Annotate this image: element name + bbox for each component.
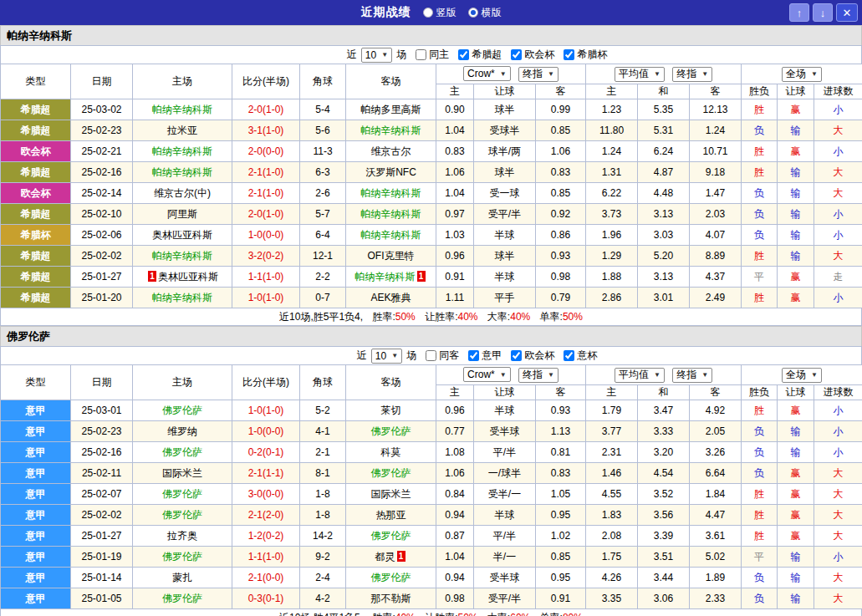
league-filter-checkbox-input[interactable]	[468, 350, 479, 361]
away-team-name[interactable]: 科莫	[381, 446, 401, 458]
match-date: 25-02-10	[71, 204, 133, 225]
scope-select[interactable]: 全场	[782, 368, 822, 383]
away-team-name[interactable]: 国际米兰	[371, 488, 411, 500]
radio-horizontal-layout[interactable]: 横版	[468, 6, 502, 20]
away-team-name[interactable]: 都灵	[375, 551, 395, 563]
away-team-name[interactable]: 帕纳辛纳科斯	[361, 125, 421, 136]
match-score: 1-0(0-0)	[232, 421, 300, 442]
home-team-name[interactable]: 蒙扎	[172, 572, 192, 583]
league-filter-checkbox[interactable]: 意甲	[463, 349, 502, 363]
asian-odds-kind-select[interactable]: 终指	[518, 368, 559, 383]
goals-cell: 大	[814, 162, 862, 183]
home-team-name[interactable]: 奥林匹亚科斯	[158, 271, 218, 283]
home-team-name[interactable]: 佛罗伦萨	[162, 509, 202, 521]
home-team-name[interactable]: 帕纳辛纳科斯	[152, 292, 212, 303]
handicap-away-odds: 0.92	[536, 204, 586, 225]
league-filter-checkbox-input[interactable]	[564, 49, 574, 60]
league-filter-checkbox-input[interactable]	[511, 350, 522, 361]
away-team-name[interactable]: 那不勒斯	[371, 593, 411, 604]
radio-vertical-layout[interactable]: 竖版	[423, 6, 457, 20]
away-team-name[interactable]: 佛罗伦萨	[371, 572, 411, 583]
home-team-name[interactable]: 帕纳辛纳科斯	[152, 104, 212, 115]
home-team-name[interactable]: 奥林匹亚科斯	[152, 229, 212, 241]
result-cell: 负	[742, 588, 778, 609]
home-team-name[interactable]: 阿里斯	[167, 208, 197, 220]
corner-score: 2-4	[300, 568, 346, 588]
league-filter-checkbox[interactable]: 希腊杯	[559, 48, 607, 62]
match-date: 25-03-02	[71, 99, 133, 120]
away-team-cell: 热那亚	[346, 505, 436, 526]
away-team-name[interactable]: 维京古尔	[371, 145, 411, 157]
away-team-name[interactable]: 佛罗伦萨	[371, 530, 411, 542]
result-cell: 负	[742, 225, 778, 246]
away-team-name[interactable]: 热那亚	[376, 509, 406, 521]
home-team-name[interactable]: 佛罗伦萨	[162, 488, 202, 500]
home-team-name[interactable]: 帕纳辛纳科斯	[152, 250, 212, 262]
away-team-name[interactable]: 帕纳多里高斯	[361, 104, 421, 115]
euro-odds-source-select[interactable]: 平均值	[615, 67, 665, 82]
league-filter-checkbox[interactable]: 欧会杯	[506, 48, 554, 62]
euro-odds-source-select[interactable]: 平均值	[615, 368, 665, 383]
league-filter-checkbox[interactable]: 希腊超	[453, 48, 502, 62]
away-team-name[interactable]: 帕纳辛纳科斯	[361, 229, 421, 241]
away-team-name[interactable]: 帕纳辛纳科斯	[361, 208, 421, 220]
scroll-up-button[interactable]: ↑	[789, 3, 809, 22]
match-row: 希腊超 25-03-02 帕纳辛纳科斯 2-0(1-0) 5-4 帕纳多里高斯 …	[1, 99, 862, 120]
same-venue-checkbox-input[interactable]	[426, 350, 436, 361]
away-team-name[interactable]: 帕纳辛纳科斯	[355, 271, 416, 283]
match-count-select[interactable]: 10	[361, 48, 392, 63]
corner-score: 2-2	[300, 267, 346, 288]
summary-stat: 单率:50%	[540, 311, 583, 323]
euro-home-odds: 1.31	[586, 162, 638, 183]
same-venue-checkbox-input[interactable]	[416, 49, 426, 60]
home-team-name[interactable]: 佛罗伦萨	[162, 446, 202, 458]
home-team-name[interactable]: 国际米兰	[162, 467, 202, 479]
league-filter-checkbox-input[interactable]	[458, 49, 469, 60]
away-team-name[interactable]: OFI克里特	[368, 250, 415, 262]
euro-odds-kind-select[interactable]: 终指	[672, 368, 712, 383]
away-team-name[interactable]: 佛罗伦萨	[371, 467, 411, 479]
close-button[interactable]: ✕	[836, 3, 858, 22]
home-team-name[interactable]: 拉齐奥	[167, 530, 197, 542]
euro-odds-kind-select[interactable]: 终指	[672, 67, 712, 82]
home-team-name[interactable]: 帕纳辛纳科斯	[152, 145, 212, 157]
home-team-cell: 帕纳辛纳科斯	[133, 246, 232, 267]
away-team-cell: 维京古尔	[346, 141, 436, 162]
home-team-name[interactable]: 维京古尔(中)	[154, 187, 211, 199]
scope-select[interactable]: 全场	[782, 67, 822, 82]
away-team-cell: 帕纳辛纳科斯	[346, 120, 436, 141]
same-venue-checkbox[interactable]: 同客	[421, 349, 459, 363]
away-team-name[interactable]: 佛罗伦萨	[371, 425, 411, 437]
league-filter-checkbox[interactable]: 意杯	[559, 349, 597, 363]
home-team-name[interactable]: 佛罗伦萨	[162, 405, 202, 416]
away-team-name[interactable]: 莱切	[381, 405, 401, 416]
corner-score: 6-3	[300, 162, 346, 183]
home-team-cell: 佛罗伦萨	[133, 400, 232, 421]
away-team-name[interactable]: AEK雅典	[370, 292, 411, 303]
asian-odds-kind-select[interactable]: 终指	[518, 67, 559, 82]
result-cell: 胜	[742, 505, 778, 526]
subcol-euro-home: 主	[586, 84, 638, 99]
home-team-name[interactable]: 帕纳辛纳科斯	[152, 166, 212, 178]
away-team-cell: 那不勒斯	[346, 588, 436, 609]
handicap-home-odds: 1.08	[436, 442, 474, 463]
same-venue-checkbox[interactable]: 同主	[411, 48, 449, 62]
away-team-name[interactable]: 沃罗斯NFC	[365, 166, 416, 178]
handicap-line: 球半/两	[474, 141, 536, 162]
euro-draw-odds: 6.24	[638, 141, 690, 162]
euro-away-odds: 2.05	[690, 421, 742, 442]
match-count-select[interactable]: 10	[371, 349, 402, 364]
home-team-name[interactable]: 拉米亚	[167, 125, 197, 136]
scroll-down-button[interactable]: ↓	[813, 3, 833, 22]
home-team-name[interactable]: 佛罗伦萨	[162, 551, 202, 563]
league-filter-checkbox-input[interactable]	[511, 49, 522, 60]
asian-odds-source-select[interactable]: Crow*	[463, 367, 511, 382]
league-filter-checkbox[interactable]: 欧会杯	[506, 349, 554, 363]
home-team-name[interactable]: 佛罗伦萨	[162, 593, 202, 604]
handicap-line: 半球	[474, 400, 536, 421]
league-filter-checkbox-input[interactable]	[564, 350, 574, 361]
euro-home-odds: 4.26	[586, 568, 638, 588]
away-team-name[interactable]: 帕纳辛纳科斯	[361, 187, 421, 199]
home-team-name[interactable]: 维罗纳	[167, 425, 197, 437]
asian-odds-source-select[interactable]: Crow*	[463, 66, 511, 81]
